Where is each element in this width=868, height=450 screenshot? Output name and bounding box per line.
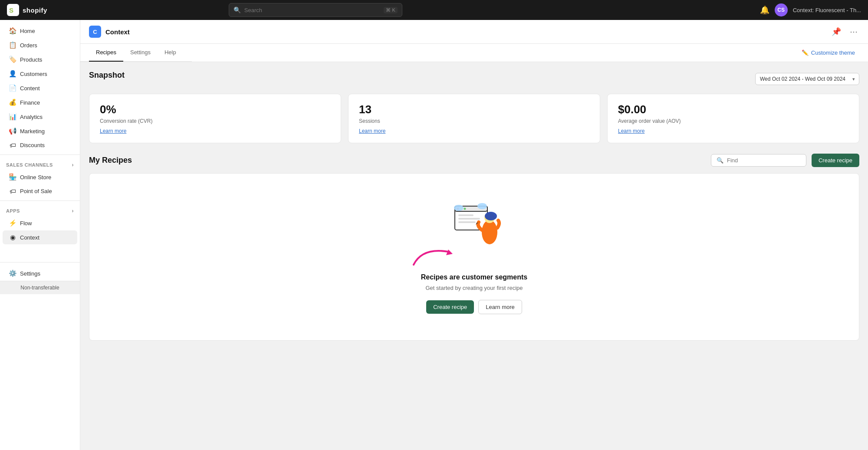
sidebar-item-context[interactable]: ◉ Context [3,230,77,244]
sidebar-item-flow[interactable]: ⚡ Flow [3,216,77,230]
app-logo: C [89,26,101,38]
stat-card-cvr: 0% Conversion rate (CVR) Learn more [89,94,341,143]
sidebar-item-label: Customers [20,71,47,77]
chevron-icon: › [72,162,74,168]
sidebar-item-label: Flow [20,220,32,227]
stat-link-aov[interactable]: Learn more [618,128,644,134]
stat-value-sessions: 13 [359,103,589,116]
sidebar-item-label: Context [20,234,39,241]
pin-button[interactable]: 📌 [830,25,843,38]
stat-link-cvr[interactable]: Learn more [100,128,126,134]
topbar: S shopify 🔍 ⌘ K 🔔 CS Context: Fluorescen… [0,0,868,20]
sales-channels-header: Sales channels › [0,158,80,170]
sidebar-item-home[interactable]: 🏠 Home [3,24,77,38]
recipes-title: My Recipes [89,156,132,165]
empty-state-title: Recipes are customer segments [421,273,527,281]
settings-icon: ⚙️ [9,269,16,277]
home-icon: 🏠 [9,27,16,35]
create-recipe-button-top[interactable]: Create recipe [812,154,859,167]
date-range-wrapper: Wed Oct 02 2024 - Wed Oct 09 2024 [755,73,859,85]
tab-settings[interactable]: Settings [123,44,158,62]
empty-state-subtitle: Get started by creating your first recip… [426,285,523,291]
stat-card-sessions: 13 Sessions Learn more [348,94,600,143]
app-header: C Context 📌 ⋯ [80,20,868,44]
avatar[interactable]: CS [775,3,788,16]
topbar-right: 🔔 CS Context: Fluorescent - Th... [760,3,861,16]
search-input[interactable] [244,7,381,13]
flow-icon: ⚡ [9,219,16,227]
recipes-search-box[interactable]: 🔍 [711,154,806,167]
svg-rect-8 [458,218,480,220]
sidebar-bottom: ⚙️ Settings Non-transferable [0,262,80,298]
stat-label-aov: Average order value (AOV) [618,118,848,124]
sidebar-item-analytics[interactable]: 📊 Analytics [3,110,77,124]
snapshot-stats-row: 0% Conversion rate (CVR) Learn more 13 S… [89,94,859,143]
sidebar-item-products[interactable]: 🏷️ Products [3,53,77,66]
sidebar-item-label: Point of Sale [20,188,52,194]
sidebar-item-label: Orders [20,42,37,49]
tab-help[interactable]: Help [158,44,183,62]
sidebar-divider-2 [0,200,80,201]
apps-label: Apps [6,208,20,214]
app-header-right: 📌 ⋯ [830,25,859,38]
recipes-header: My Recipes 🔍 Create recipe [89,154,859,167]
analytics-icon: 📊 [9,113,16,121]
page-content: Snapshot Wed Oct 02 2024 - Wed Oct 09 20… [80,62,868,349]
stat-card-aov: $0.00 Average order value (AOV) Learn mo… [607,94,859,143]
sidebar-item-label: Home [20,28,35,34]
learn-more-button[interactable]: Learn more [478,300,522,314]
content-icon: 📄 [9,84,16,92]
shopify-logo-svg: S [7,4,19,16]
sidebar-item-point-of-sale[interactable]: 🏷 Point of Sale [3,184,77,198]
tabs: Recipes Settings Help [80,44,192,62]
bell-icon[interactable]: 🔔 [760,5,769,15]
svg-rect-7 [458,214,473,216]
date-range-select[interactable]: Wed Oct 02 2024 - Wed Oct 09 2024 [755,73,859,85]
app-title: Context [105,28,130,36]
svg-rect-11 [477,203,487,209]
sidebar-item-marketing[interactable]: 📢 Marketing [3,124,77,138]
sidebar-item-label: Online Store [20,174,51,181]
svg-point-12 [482,220,497,244]
stat-label-cvr: Conversion rate (CVR) [100,118,330,124]
sidebar-item-label: Products [20,56,42,63]
tab-recipes[interactable]: Recipes [89,44,123,62]
arrow-svg [409,243,461,269]
global-search[interactable]: 🔍 ⌘ K [229,3,402,17]
more-options-button[interactable]: ⋯ [848,25,859,38]
sidebar-item-label: Marketing [20,128,45,135]
customize-theme-button[interactable]: ✏️ Customize theme [797,47,859,59]
create-recipe-button-empty[interactable]: Create recipe [426,300,474,314]
sidebar-item-content[interactable]: 📄 Content [3,81,77,95]
products-icon: 🏷️ [9,56,16,63]
sidebar-item-customers[interactable]: 👤 Customers [3,67,77,81]
marketing-icon: 📢 [9,127,16,135]
sidebar-item-label: Discounts [20,142,45,148]
recipes-search-input[interactable] [727,157,801,164]
sidebar-item-finance[interactable]: 💰 Finance [3,95,77,109]
search-icon: 🔍 [717,157,723,164]
recipes-empty-state: Recipes are customer segments Get starte… [89,173,859,341]
shopify-wordmark: shopify [23,7,47,14]
non-transferable-badge: Non-transferable [0,281,80,294]
sidebar-item-orders[interactable]: 📋 Orders [3,38,77,52]
sidebar-item-settings[interactable]: ⚙️ Settings [3,266,77,280]
empty-state-actions: Create recipe Learn more [426,300,522,314]
sidebar-item-label: Content [20,85,40,92]
search-icon: 🔍 [233,7,241,13]
svg-point-14 [485,212,497,220]
sidebar-divider-1 [0,154,80,155]
sidebar-item-label: Finance [20,99,40,106]
svg-text:S: S [9,7,13,14]
chevron-icon: › [72,208,74,214]
sidebar-item-discounts[interactable]: 🏷 Discounts [3,138,77,152]
finance-icon: 💰 [9,99,16,106]
sidebar-item-label: Settings [20,270,40,277]
sidebar-item-online-store[interactable]: 🏪 Online Store [3,170,77,184]
online-store-icon: 🏪 [9,173,16,181]
search-shortcut: ⌘ K [384,7,397,13]
store-name: Context: Fluorescent - Th... [793,7,861,13]
stat-label-sessions: Sessions [359,118,589,124]
illustration-svg [446,200,503,247]
stat-link-sessions[interactable]: Learn more [359,128,385,134]
